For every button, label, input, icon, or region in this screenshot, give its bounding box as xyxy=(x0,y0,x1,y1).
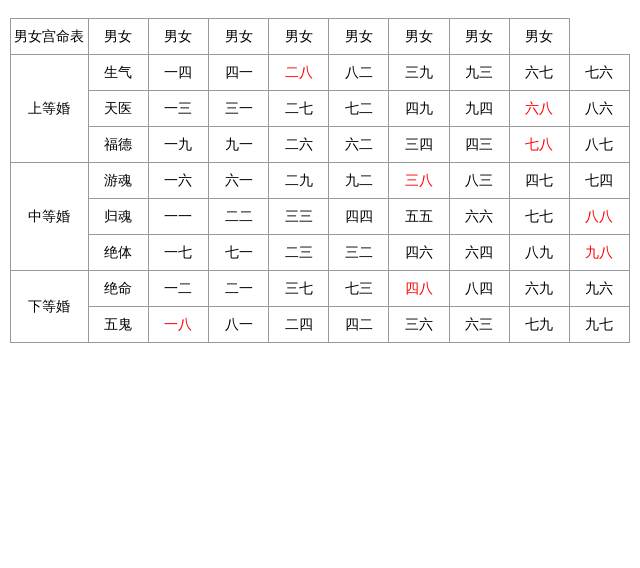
cell-7: 八八 xyxy=(569,199,629,235)
cell-3: 九二 xyxy=(329,163,389,199)
col-header-7: 男女 xyxy=(449,19,509,55)
cell-4: 三八 xyxy=(389,163,449,199)
table-row: 福德一九九一二六六二三四四三七八八七 xyxy=(11,127,630,163)
col-header-8: 男女 xyxy=(509,19,569,55)
main-table: 男女宫命表男女男女男女男女男女男女男女男女上等婚生气一四四一二八八二三九九三六七… xyxy=(10,18,630,343)
cell-5: 九三 xyxy=(449,55,509,91)
sub-label: 天医 xyxy=(88,91,148,127)
table-row: 绝体一七七一二三三二四六六四八九九八 xyxy=(11,235,630,271)
table-row: 下等婚绝命一二二一三七七三四八八四六九九六 xyxy=(11,271,630,307)
cell-6: 七七 xyxy=(509,199,569,235)
cell-4: 五五 xyxy=(389,199,449,235)
cell-6: 八九 xyxy=(509,235,569,271)
cell-0: 一六 xyxy=(148,163,208,199)
sub-label: 福德 xyxy=(88,127,148,163)
cell-4: 四八 xyxy=(389,271,449,307)
group-label: 上等婚 xyxy=(11,55,89,163)
sub-label: 归魂 xyxy=(88,199,148,235)
cell-1: 八一 xyxy=(209,307,269,343)
cell-4: 三四 xyxy=(389,127,449,163)
group-label: 中等婚 xyxy=(11,163,89,271)
cell-1: 九一 xyxy=(209,127,269,163)
sub-label: 绝命 xyxy=(88,271,148,307)
cell-6: 六九 xyxy=(509,271,569,307)
cell-2: 三三 xyxy=(269,199,329,235)
cell-1: 七一 xyxy=(209,235,269,271)
cell-5: 八四 xyxy=(449,271,509,307)
cell-3: 四二 xyxy=(329,307,389,343)
sub-label: 绝体 xyxy=(88,235,148,271)
cell-2: 二六 xyxy=(269,127,329,163)
cell-7: 七四 xyxy=(569,163,629,199)
sub-label: 游魂 xyxy=(88,163,148,199)
cell-2: 三七 xyxy=(269,271,329,307)
col-header-1: 男女 xyxy=(88,19,148,55)
cell-0: 一八 xyxy=(148,307,208,343)
cell-4: 三六 xyxy=(389,307,449,343)
cell-0: 一七 xyxy=(148,235,208,271)
cell-0: 一二 xyxy=(148,271,208,307)
cell-3: 四四 xyxy=(329,199,389,235)
table-row: 五鬼一八八一二四四二三六六三七九九七 xyxy=(11,307,630,343)
cell-2: 二四 xyxy=(269,307,329,343)
cell-5: 六四 xyxy=(449,235,509,271)
cell-0: 一四 xyxy=(148,55,208,91)
cell-5: 六六 xyxy=(449,199,509,235)
cell-4: 四六 xyxy=(389,235,449,271)
cell-3: 八二 xyxy=(329,55,389,91)
cell-6: 六八 xyxy=(509,91,569,127)
cell-7: 七六 xyxy=(569,55,629,91)
cell-7: 九七 xyxy=(569,307,629,343)
cell-5: 八三 xyxy=(449,163,509,199)
cell-4: 三九 xyxy=(389,55,449,91)
cell-1: 三一 xyxy=(209,91,269,127)
cell-1: 二二 xyxy=(209,199,269,235)
cell-7: 八六 xyxy=(569,91,629,127)
cell-6: 六七 xyxy=(509,55,569,91)
table-header-label: 男女宫命表 xyxy=(11,19,89,55)
cell-2: 二三 xyxy=(269,235,329,271)
cell-7: 九六 xyxy=(569,271,629,307)
cell-4: 四九 xyxy=(389,91,449,127)
table-row: 天医一三三一二七七二四九九四六八八六 xyxy=(11,91,630,127)
cell-1: 四一 xyxy=(209,55,269,91)
col-header-3: 男女 xyxy=(209,19,269,55)
cell-2: 二八 xyxy=(269,55,329,91)
cell-5: 四三 xyxy=(449,127,509,163)
cell-1: 六一 xyxy=(209,163,269,199)
col-header-6: 男女 xyxy=(389,19,449,55)
cell-2: 二七 xyxy=(269,91,329,127)
group-label: 下等婚 xyxy=(11,271,89,343)
cell-0: 一九 xyxy=(148,127,208,163)
cell-2: 二九 xyxy=(269,163,329,199)
cell-7: 九八 xyxy=(569,235,629,271)
sub-label: 生气 xyxy=(88,55,148,91)
col-header-4: 男女 xyxy=(269,19,329,55)
cell-5: 六三 xyxy=(449,307,509,343)
cell-5: 九四 xyxy=(449,91,509,127)
cell-6: 七九 xyxy=(509,307,569,343)
cell-0: 一三 xyxy=(148,91,208,127)
col-header-2: 男女 xyxy=(148,19,208,55)
cell-0: 一一 xyxy=(148,199,208,235)
cell-3: 七三 xyxy=(329,271,389,307)
cell-7: 八七 xyxy=(569,127,629,163)
cell-3: 三二 xyxy=(329,235,389,271)
sub-label: 五鬼 xyxy=(88,307,148,343)
cell-1: 二一 xyxy=(209,271,269,307)
table-row: 中等婚游魂一六六一二九九二三八八三四七七四 xyxy=(11,163,630,199)
cell-6: 四七 xyxy=(509,163,569,199)
col-header-5: 男女 xyxy=(329,19,389,55)
cell-3: 七二 xyxy=(329,91,389,127)
cell-6: 七八 xyxy=(509,127,569,163)
table-row: 归魂一一二二三三四四五五六六七七八八 xyxy=(11,199,630,235)
cell-3: 六二 xyxy=(329,127,389,163)
table-row: 上等婚生气一四四一二八八二三九九三六七七六 xyxy=(11,55,630,91)
